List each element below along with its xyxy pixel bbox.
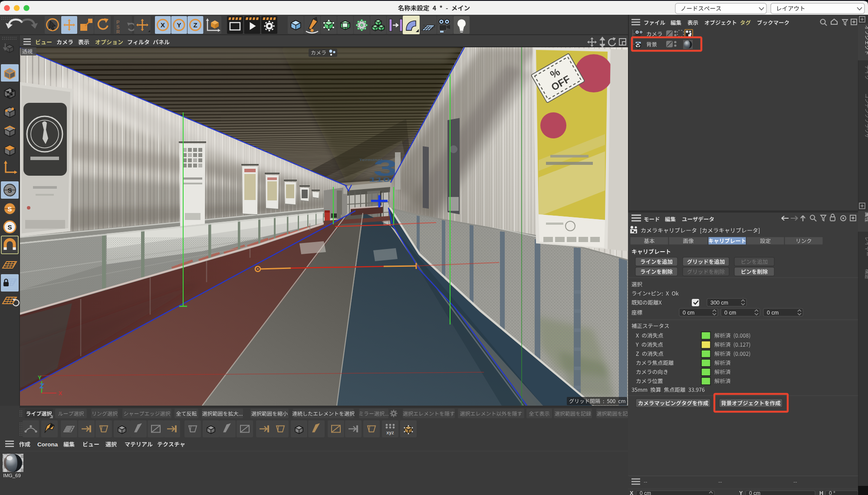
svg-text:0 cm: 0 cm — [640, 490, 651, 495]
svg-text:Corona: Corona — [37, 441, 58, 448]
svg-text:S: S — [7, 223, 12, 231]
svg-text:X: X — [59, 390, 62, 397]
svg-text:Y: Y — [739, 490, 743, 495]
svg-text:--: -- — [793, 479, 797, 485]
svg-text:Y: Y — [38, 374, 42, 381]
svg-text:Z: Z — [193, 21, 197, 29]
svg-text:0 cm: 0 cm — [749, 490, 760, 495]
svg-text:0 °: 0 ° — [829, 490, 835, 495]
svg-text:300 cm: 300 cm — [710, 300, 728, 306]
svg-text:S: S — [7, 187, 12, 194]
svg-text:--: -- — [718, 479, 722, 485]
svg-text:IMG_69: IMG_69 — [3, 473, 21, 478]
svg-text:X: X — [161, 21, 165, 29]
svg-text:xyz: xyz — [386, 430, 394, 435]
svg-text:H: H — [819, 490, 823, 495]
svg-text:--: -- — [644, 479, 648, 485]
svg-text:Y: Y — [177, 21, 181, 29]
svg-text:0 cm: 0 cm — [683, 310, 694, 316]
svg-text:0 cm: 0 cm — [767, 310, 779, 316]
svg-text:0 cm: 0 cm — [724, 310, 736, 316]
svg-text:S: S — [7, 205, 12, 213]
svg-text:R: R — [116, 29, 120, 34]
svg-text:X: X — [630, 490, 634, 495]
